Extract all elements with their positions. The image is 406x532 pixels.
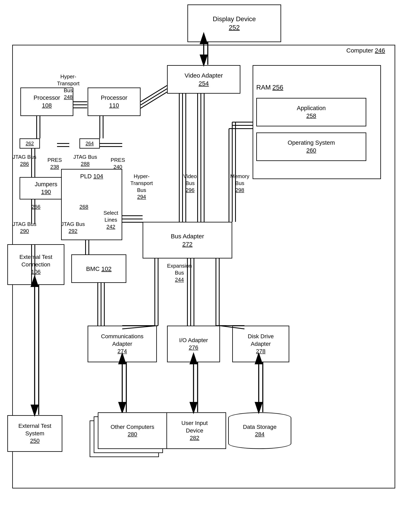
ref-268-label: 268 bbox=[80, 203, 88, 210]
processor-110-label: Processor bbox=[101, 94, 128, 102]
ram-number: 256 bbox=[272, 83, 283, 92]
io-adapter-number: 276 bbox=[189, 344, 198, 351]
jtag-bus-292-label: JTAG Bus292 bbox=[61, 221, 85, 235]
operating-system-number: 260 bbox=[306, 147, 316, 154]
communications-adapter-label: CommunicationsAdapter bbox=[101, 333, 144, 348]
memory-bus-298-label: MemoryBus298 bbox=[230, 173, 249, 194]
ref-266-label: 266 bbox=[32, 203, 40, 210]
display-device-label: Display Device bbox=[213, 15, 256, 23]
select-lines-242-label: SelectLines242 bbox=[103, 210, 118, 230]
hyper-transport-bus-248-label: Hyper-TransportBus248 bbox=[57, 73, 80, 101]
other-computers-number: 280 bbox=[128, 431, 137, 438]
external-test-system-number: 250 bbox=[30, 437, 40, 444]
application-box: Application 258 bbox=[256, 98, 366, 126]
io-adapter-label: I/O Adapter bbox=[179, 337, 208, 344]
jtag-bus-286-label: JTAG Bus286 bbox=[13, 154, 36, 168]
ram-box: RAM 256 Application 258 Operating System… bbox=[253, 65, 381, 179]
video-adapter-label: Video Adapter bbox=[185, 71, 223, 79]
ref-262-number: 262 bbox=[26, 140, 34, 147]
data-storage-label: Data Storage bbox=[243, 423, 277, 431]
operating-system-label: Operating System bbox=[288, 139, 335, 147]
video-adapter-number: 254 bbox=[199, 79, 209, 87]
disk-drive-adapter-number: 278 bbox=[256, 348, 266, 355]
bus-adapter-label: Bus Adapter bbox=[171, 232, 204, 240]
pld-label: PLD 104 bbox=[80, 173, 103, 180]
bus-adapter-box: Bus Adapter 272 bbox=[143, 222, 232, 259]
processor-108-label: Processor bbox=[34, 94, 60, 102]
display-device-box: Display Device 252 bbox=[188, 5, 281, 42]
user-input-device-label: User InputDevice bbox=[181, 420, 208, 434]
disk-drive-adapter-label: Disk DriveAdapter bbox=[248, 333, 274, 348]
ram-label: RAM bbox=[256, 83, 271, 92]
pres-238-label: PRES238 bbox=[47, 157, 62, 171]
processor-110-number: 110 bbox=[109, 102, 119, 110]
bmc-label: BMC 102 bbox=[86, 265, 111, 273]
bmc-box: BMC 102 bbox=[71, 254, 126, 283]
io-adapter-box: I/O Adapter 276 bbox=[167, 326, 220, 362]
disk-drive-adapter-box: Disk DriveAdapter 278 bbox=[232, 326, 289, 362]
processor-110-box: Processor 110 bbox=[87, 88, 141, 116]
other-computers-label: Other Computers bbox=[111, 423, 154, 431]
processor-108-number: 108 bbox=[42, 102, 52, 110]
communications-adapter-number: 274 bbox=[117, 348, 127, 355]
expansion-bus-244-label: ExpansionBus244 bbox=[167, 263, 192, 283]
communications-adapter-box: CommunicationsAdapter 274 bbox=[87, 326, 157, 362]
ref-262-box: 262 bbox=[20, 138, 40, 149]
jumpers-number: 190 bbox=[41, 188, 51, 196]
jtag-bus-288-label: JTAG Bus288 bbox=[73, 154, 97, 168]
user-input-device-box: User InputDevice 282 bbox=[163, 412, 226, 449]
external-test-system-box: External TestSystem 250 bbox=[7, 415, 62, 452]
video-bus-296-label: VideoBus296 bbox=[183, 173, 197, 194]
hyper-transport-bus-294-label: Hyper-TransportBus294 bbox=[130, 173, 153, 201]
video-adapter-box: Video Adapter 254 bbox=[167, 65, 240, 94]
jtag-bus-290-label: JTAG Bus290 bbox=[13, 221, 36, 235]
computer-label: Computer 246 bbox=[346, 46, 385, 54]
display-device-number: 252 bbox=[229, 23, 239, 32]
jumpers-label: Jumpers bbox=[35, 181, 57, 188]
diagram: Display Device 252 Computer 246 Video Ad… bbox=[0, 0, 406, 532]
ref-264-box: 264 bbox=[80, 138, 100, 149]
application-label: Application bbox=[297, 105, 326, 112]
other-computers-box-1: Other Computers 280 bbox=[98, 412, 167, 449]
user-input-device-number: 282 bbox=[190, 434, 199, 442]
data-storage-number: 284 bbox=[255, 431, 265, 438]
external-test-system-label: External TestSystem bbox=[18, 422, 51, 437]
data-storage-box: Data Storage 284 bbox=[228, 412, 291, 449]
external-test-connection-label: External TestConnection bbox=[19, 253, 52, 268]
ref-264-number: 264 bbox=[86, 140, 94, 147]
application-number: 258 bbox=[306, 112, 316, 120]
external-test-connection-box: External TestConnection 106 bbox=[7, 244, 64, 285]
external-test-connection-number: 106 bbox=[31, 268, 41, 276]
bus-adapter-number: 272 bbox=[182, 240, 193, 248]
pres-240-label: PRES240 bbox=[111, 157, 125, 171]
operating-system-box: Operating System 260 bbox=[256, 133, 366, 161]
